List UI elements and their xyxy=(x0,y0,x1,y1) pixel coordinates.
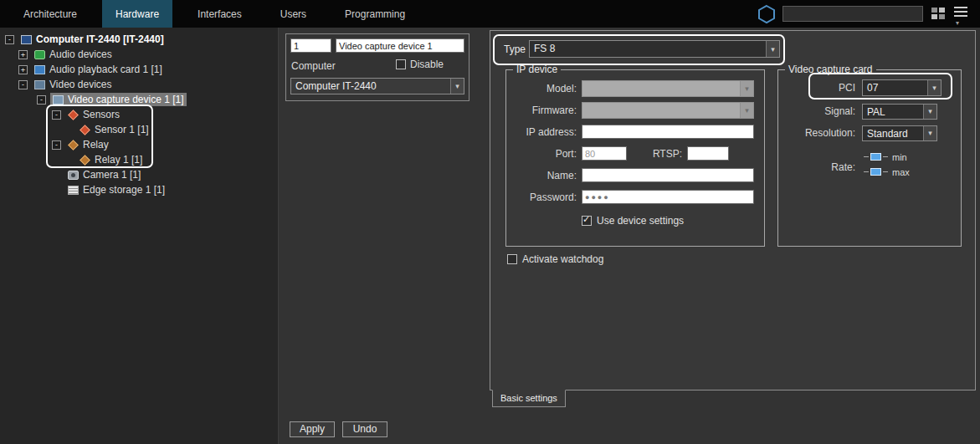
type-label: Type xyxy=(504,43,526,55)
chevron-down-icon: ▾ xyxy=(927,80,941,95)
ip-address-input[interactable] xyxy=(582,125,754,139)
hardware-tree-panel: - Computer IT-2440 [IT-2440] + Audio dev… xyxy=(0,28,279,444)
rate-max-handle[interactable] xyxy=(870,168,881,176)
pci-label: PCI xyxy=(783,82,855,94)
layout-grid-icon[interactable] xyxy=(931,8,947,20)
menu-caret-icon: ▾ xyxy=(956,19,959,27)
tree-item-label: Audio devices xyxy=(49,48,112,60)
port-input[interactable] xyxy=(582,146,627,161)
activate-watchdog-label: Activate watchdog xyxy=(522,253,603,265)
resolution-select-value: Standard xyxy=(863,126,923,140)
model-row: Model: ▾ xyxy=(511,80,754,96)
menu-bar-line xyxy=(954,7,967,8)
undo-button[interactable]: Undo xyxy=(342,421,387,437)
tree-item-label: Video devices xyxy=(49,79,112,90)
tree-item-edge-storage[interactable]: Edge storage 1 [1] xyxy=(0,182,278,197)
ip-device-group: IP device Model: ▾ Firmware: ▾ IP addres… xyxy=(505,69,765,247)
signal-select-value: PAL xyxy=(863,105,923,119)
tab-basic-settings[interactable]: Basic settings xyxy=(492,390,566,407)
tree-item-relay-1[interactable]: Relay 1 [1] xyxy=(0,152,278,167)
disable-checkbox-wrap: Disable xyxy=(396,59,444,70)
tree-item-sensor-1[interactable]: Sensor 1 [1] xyxy=(0,122,278,137)
tree-item-audio-devices[interactable]: + Audio devices xyxy=(0,47,278,62)
tree-item-label: Camera 1 [1] xyxy=(83,169,141,181)
tree-item-computer[interactable]: - Computer IT-2440 [IT-2440] xyxy=(0,32,278,47)
model-select: ▾ xyxy=(582,80,754,97)
hamburger-menu-icon[interactable]: ▾ xyxy=(954,7,971,22)
chevron-down-icon: ▾ xyxy=(740,103,753,118)
apply-button[interactable]: Apply xyxy=(290,421,335,437)
type-select[interactable]: FS 8 ▾ xyxy=(529,40,780,58)
password-input[interactable] xyxy=(582,190,754,204)
search-input[interactable] xyxy=(782,6,923,22)
tick-mark xyxy=(883,156,888,157)
port-row: Port: RTSP: xyxy=(511,145,754,161)
expander-icon[interactable]: - xyxy=(52,140,61,150)
expander-icon[interactable]: - xyxy=(18,80,28,89)
tree-item-audio-playback-card[interactable]: + Audio playback card 1 [1] xyxy=(0,62,278,77)
tree-item-label: Audio playback card 1 [1] xyxy=(49,64,162,75)
signal-select[interactable]: PAL ▾ xyxy=(862,104,937,120)
object-name-input[interactable] xyxy=(336,38,464,53)
sensor-icon xyxy=(80,125,90,135)
edge-storage-icon xyxy=(68,186,79,195)
tree-item-label: Sensor 1 [1] xyxy=(95,124,149,135)
model-select-value xyxy=(582,81,740,96)
ip-address-label: IP address: xyxy=(511,126,577,138)
tab-architecture[interactable]: Architecture xyxy=(10,0,90,28)
use-device-settings-row: ✓ Use device settings xyxy=(582,212,754,228)
ip-address-row: IP address: xyxy=(511,124,754,140)
type-select-value: FS 8 xyxy=(530,41,766,57)
tick-mark xyxy=(864,171,869,172)
object-id-input[interactable] xyxy=(290,38,331,53)
signal-label: Signal: xyxy=(783,105,855,117)
object-editor-panel: Computer Disable Computer IT-2440 ▾ Appl… xyxy=(280,28,490,444)
expander-icon[interactable]: - xyxy=(37,95,46,105)
rate-min-handle[interactable] xyxy=(870,153,881,161)
tab-users[interactable]: Users xyxy=(267,0,320,28)
rate-label: Rate: xyxy=(783,161,855,173)
activate-watchdog-row: Activate watchdog xyxy=(507,253,603,265)
port-label: Port: xyxy=(511,148,577,160)
menu-bar-line xyxy=(954,11,967,13)
grid-square xyxy=(931,14,937,19)
device-identity-box: Computer Disable Computer IT-2440 ▾ xyxy=(285,33,469,101)
min-label: min xyxy=(892,152,907,162)
resolution-select[interactable]: Standard ▾ xyxy=(862,125,937,141)
expander-icon[interactable]: - xyxy=(5,35,14,44)
tree-item-sensors[interactable]: - Sensors xyxy=(0,107,278,122)
disable-label: Disable xyxy=(410,59,444,70)
grid-square xyxy=(939,14,945,19)
expander-icon[interactable]: + xyxy=(18,65,28,74)
expander-icon[interactable]: - xyxy=(52,110,61,120)
firmware-select-value xyxy=(582,103,740,118)
tree-item-video-capture-device[interactable]: - Video capture device 1 [1] xyxy=(0,92,278,107)
tree-item-relay[interactable]: - Relay xyxy=(0,137,278,152)
tree-item-video-devices[interactable]: - Video devices xyxy=(0,77,278,92)
tree-item-camera-1[interactable]: Camera 1 [1] xyxy=(0,167,278,182)
tab-interfaces[interactable]: Interfaces xyxy=(184,0,255,28)
video-capture-card-group: Video capture card PCI 07 ▾ Signal: PAL … xyxy=(777,69,962,247)
expander-icon[interactable]: + xyxy=(18,50,28,59)
ip-device-group-title: IP device xyxy=(513,64,561,75)
tab-programming[interactable]: Programming xyxy=(331,0,418,28)
chevron-down-icon: ▾ xyxy=(450,79,464,94)
computer-select[interactable]: Computer IT-2440 ▾ xyxy=(290,78,464,94)
password-label: Password: xyxy=(511,191,577,203)
tree-item-label: Computer IT-2440 [IT-2440] xyxy=(36,33,164,45)
model-label: Model: xyxy=(511,83,577,94)
device-name-input[interactable] xyxy=(582,168,754,182)
brand-hexagon-icon xyxy=(757,4,776,24)
sensors-icon xyxy=(68,110,79,120)
password-row: Password: xyxy=(511,189,754,205)
activate-watchdog-checkbox[interactable] xyxy=(507,254,517,264)
video-devices-icon xyxy=(34,80,45,89)
tree-item-label: Relay xyxy=(83,139,109,151)
disable-checkbox[interactable] xyxy=(396,59,406,69)
tab-hardware[interactable]: Hardware xyxy=(102,0,172,28)
pci-select[interactable]: 07 ▾ xyxy=(862,79,942,96)
use-device-settings-checkbox[interactable]: ✓ xyxy=(582,216,592,226)
rtsp-input[interactable] xyxy=(687,146,729,161)
pci-select-value: 07 xyxy=(863,80,927,95)
camera-icon xyxy=(68,171,79,180)
